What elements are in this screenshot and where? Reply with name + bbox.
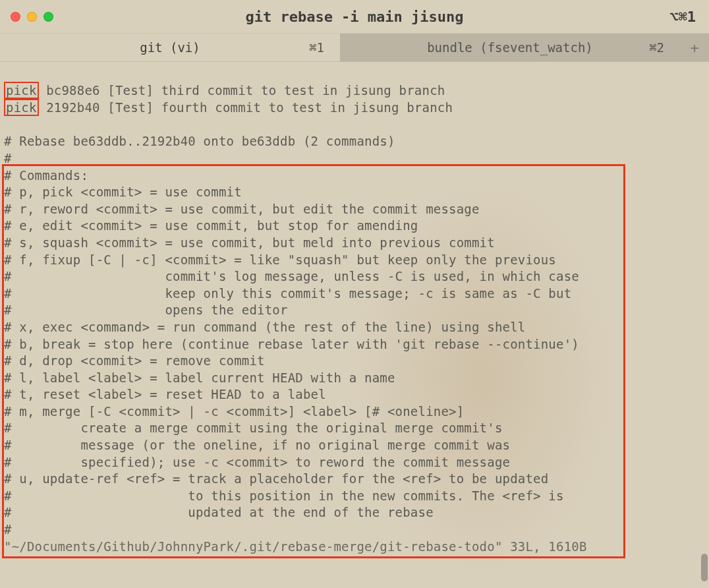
pick-keyword: pick <box>4 99 39 116</box>
cmd-reword: # r, reword <commit> = use commit, but e… <box>4 202 480 216</box>
pick-keyword: pick <box>4 82 39 99</box>
cmd-exec: # x, exec <command> = run command (the r… <box>4 320 525 334</box>
editor-content[interactable]: pick bc988e6 [Test] third commit to test… <box>4 65 705 555</box>
cmd-squash: # s, squash <commit> = use commit, but m… <box>4 235 495 250</box>
cmd-merge: # m, merge [-C <commit> | -c <commit>] <… <box>4 404 464 419</box>
tab-bundle-fsevent[interactable]: bundle (fsevent_watch) ⌘2 <box>340 34 680 61</box>
titlebar: git rebase -i main jisung ⌥⌘1 <box>0 0 709 33</box>
tab-git-vi[interactable]: git (vi) ⌘1 <box>0 34 340 61</box>
traffic-lights <box>11 12 53 22</box>
tab-shortcut: ⌘2 <box>649 40 664 55</box>
new-tab-button[interactable]: + <box>680 34 709 61</box>
minimize-icon[interactable] <box>27 12 37 22</box>
cmd-fixup: # commit's log message, unless -C is use… <box>4 269 579 283</box>
close-icon[interactable] <box>11 12 20 22</box>
comment-line: # <box>4 151 12 165</box>
cmd-update-ref: # to this position in the new commits. T… <box>4 488 564 503</box>
plus-icon: + <box>690 40 698 56</box>
pick-line-1: pick bc988e6 [Test] third commit to test… <box>4 83 445 98</box>
tab-label: git (vi) <box>140 40 200 55</box>
cmd-merge: # message (or the oneline, if no origina… <box>4 438 510 452</box>
tab-bar: git (vi) ⌘1 bundle (fsevent_watch) ⌘2 + <box>0 33 709 62</box>
cmd-fixup: # keep only this commit's message; -c is… <box>4 286 571 301</box>
window-shortcut: ⌥⌘1 <box>669 9 696 25</box>
comment-line: # <box>4 522 12 537</box>
zoom-icon[interactable] <box>43 12 53 22</box>
vi-status-line: "~/Documents/Github/JohnnyPark/.git/reba… <box>4 539 587 554</box>
cmd-merge: # create a merge commit using the origin… <box>4 421 503 435</box>
terminal-viewport[interactable]: pick bc988e6 [Test] third commit to test… <box>0 62 709 588</box>
cmd-update-ref: # u, update-ref <ref> = track a placehol… <box>4 471 548 486</box>
pick-line-2: pick 2192b40 [Test] fourth commit to tes… <box>4 100 453 115</box>
cmd-fixup: # opens the editor <box>4 303 288 317</box>
tab-label: bundle (fsevent_watch) <box>427 40 593 55</box>
scrollbar-thumb[interactable] <box>701 554 708 581</box>
cmd-update-ref: # updated at the end of the rebase <box>4 505 434 519</box>
cmd-label: # l, label <label> = label current HEAD … <box>4 370 395 385</box>
cmd-edit: # e, edit <commit> = use commit, but sto… <box>4 218 418 233</box>
tab-shortcut: ⌘1 <box>309 40 324 55</box>
cmd-fixup: # f, fixup [-C | -c] <commit> = like "sq… <box>4 252 556 267</box>
cmd-break: # b, break = stop here (continue rebase … <box>4 337 579 351</box>
cmd-drop: # d, drop <commit> = remove commit <box>4 353 265 368</box>
commands-title: # Commands: <box>4 168 88 183</box>
rebase-header: # Rebase be63ddb..2192b40 onto be63ddb (… <box>4 134 395 148</box>
commit-line: bc988e6 [Test] third commit to test in j… <box>39 83 445 98</box>
cmd-pick: # p, pick <commit> = use commit <box>4 185 242 199</box>
cmd-merge: # specified); use -c <commit> to reword … <box>4 455 510 469</box>
commit-line: 2192b40 [Test] fourth commit to test in … <box>39 100 453 115</box>
cmd-reset: # t, reset <label> = reset HEAD to a lab… <box>4 387 326 401</box>
window-title: git rebase -i main jisung <box>0 9 709 25</box>
